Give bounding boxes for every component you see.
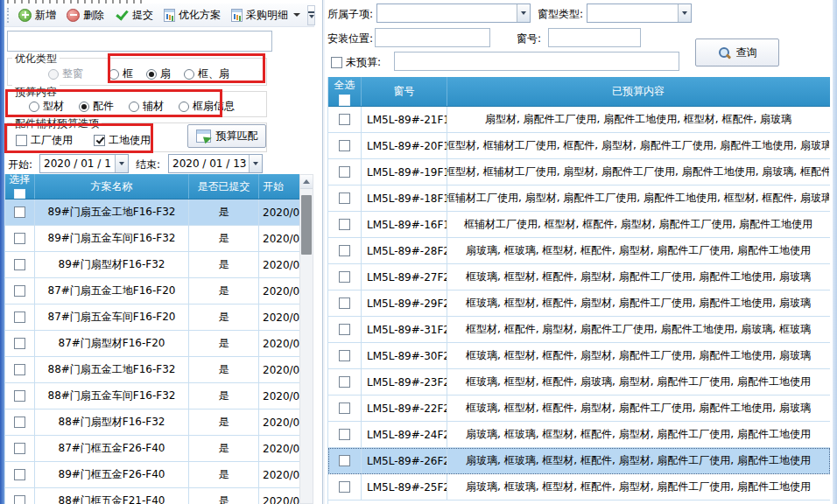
row-checkbox[interactable]	[14, 338, 25, 349]
row-checkbox[interactable]	[339, 219, 350, 230]
window-table-row[interactable]: LM5L-89#-21F19扇型材, 扇配件工厂使用, 扇配件工地使用, 框型材…	[328, 107, 830, 133]
plan-table-row[interactable]: 88#门扇五金工地F16-F32是2020/0	[5, 357, 299, 383]
plan-table-row[interactable]: 87#门框五金F26-F40是2020/0	[5, 436, 299, 462]
row-checkbox[interactable]	[339, 192, 350, 204]
plan-header-start[interactable]: 开始	[259, 174, 299, 199]
plan-row-select-cell	[5, 357, 35, 382]
window-table-row[interactable]: LM5L-89#-20F18框型材, 框辅材工厂使用, 框配件, 扇型材, 扇配…	[328, 133, 830, 159]
plan-table-row[interactable]: 89#门扇五金工地F16-F32是2020/0	[5, 200, 299, 226]
window-table-row[interactable]: LM5L-89#-27F25框玻璃, 框型材, 框配件, 扇型材, 扇配件工厂使…	[328, 264, 830, 290]
plan-table-row[interactable]: 88#门框五金F21-F40是2020/0	[5, 488, 299, 504]
toolbar-overflow-button[interactable]	[307, 5, 315, 25]
plan-table-scrollbar[interactable]	[299, 174, 313, 504]
plan-header-submitted[interactable]: 是否已提交	[189, 174, 259, 199]
delete-button[interactable]: 删除	[61, 4, 109, 26]
checkbox-site-use[interactable]: 工地使用	[94, 133, 151, 148]
submit-button[interactable]: 提交	[109, 4, 158, 26]
plan-filter-input[interactable]	[7, 31, 272, 52]
add-button[interactable]: 新增	[13, 4, 61, 26]
end-date-dropdown-button[interactable]	[249, 155, 262, 172]
row-checkbox[interactable]	[339, 376, 350, 388]
plan-table-row[interactable]: 87#门扇型材F16-F20是2020/0	[5, 331, 299, 357]
window-table-row[interactable]: LM5L-89#-24F22扇玻璃, 框玻璃, 框型材, 框配件, 扇型材, 扇…	[328, 422, 830, 448]
select-all-checkbox[interactable]	[14, 189, 25, 199]
radio-profile[interactable]: 型材	[29, 99, 64, 114]
row-checkbox[interactable]	[14, 390, 25, 402]
row-checkbox[interactable]	[14, 495, 25, 504]
window-table-row[interactable]: LM5L-89#-22F20框玻璃, 框型材, 框配件, 扇型材, 扇配件工厂使…	[328, 396, 830, 422]
checkbox-factory-use[interactable]: 工厂使用	[16, 133, 73, 148]
budget-match-button[interactable]: 预算匹配	[187, 124, 266, 148]
radio-auxiliary[interactable]: 辅材	[129, 99, 164, 114]
window-type-dropdown-button[interactable]	[678, 4, 691, 22]
row-checkbox[interactable]	[14, 233, 25, 244]
sub-item-dropdown-button[interactable]	[517, 4, 530, 22]
install-position-input[interactable]	[375, 28, 490, 47]
sub-item-dropdown[interactable]	[376, 4, 531, 23]
row-checkbox[interactable]	[339, 455, 350, 466]
radio-frame[interactable]: 框	[109, 66, 133, 81]
row-checkbox[interactable]	[14, 364, 25, 375]
row-checkbox[interactable]	[339, 350, 350, 361]
window-table-row[interactable]: LM5L-89#-18F16框辅材工厂使用, 扇型材, 扇配件工厂使用, 扇配件…	[328, 186, 830, 212]
window-table-row[interactable]: LM5L-89#-30F28框玻璃, 框型材, 框配件, 扇型材, 扇配件工厂使…	[328, 343, 830, 369]
window-header-window-no[interactable]: 窗号	[362, 77, 447, 106]
no-budget-input[interactable]	[394, 52, 679, 71]
panel-divider[interactable]	[322, 0, 325, 504]
budgeted-content-cell: 扇型材, 扇配件工厂使用, 扇配件工地使用, 框型材, 框配件, 扇玻璃	[447, 107, 829, 132]
window-no-input[interactable]	[548, 28, 641, 47]
row-checkbox[interactable]	[14, 443, 25, 454]
window-table-row[interactable]: LM5L-89#-31F29框型材, 框配件, 扇型材, 扇配件工厂使用, 扇配…	[328, 317, 830, 343]
no-budget-checkbox[interactable]: 未预算:	[331, 55, 381, 70]
window-header-budgeted-content[interactable]: 已预算内容	[447, 77, 829, 106]
scrollbar-thumb[interactable]	[301, 195, 312, 255]
window-table-row[interactable]: LM5L-89#-28F26扇玻璃, 框玻璃, 框型材, 框配件, 扇型材, 扇…	[328, 238, 830, 264]
row-checkbox[interactable]	[14, 206, 25, 218]
row-checkbox[interactable]	[339, 324, 350, 335]
start-date-dropdown-button[interactable]	[115, 155, 128, 172]
toolbar-grip-icon[interactable]	[7, 8, 9, 23]
row-checkbox[interactable]	[339, 271, 350, 283]
query-button[interactable]: 查询	[695, 38, 779, 66]
radio-frame-sash[interactable]: 框、扇	[184, 66, 229, 81]
plan-table-row[interactable]: 89#门扇型材F16-F32是2020/0	[5, 252, 299, 278]
window-table-row[interactable]: LM5L-89#-19F17框型材, 框辅材工厂使用, 扇型材, 扇配件工厂使用…	[328, 159, 830, 186]
plan-table-row[interactable]: 88#门扇五金车间F16-F32是2020/0	[5, 383, 299, 410]
end-date-picker[interactable]: 2020 / 01 / 13	[168, 154, 263, 173]
scrollbar-up-button[interactable]	[300, 175, 313, 189]
plan-header-name[interactable]: 方案名称	[35, 174, 189, 199]
select-all-checkbox[interactable]	[339, 94, 350, 106]
row-checkbox[interactable]	[339, 140, 350, 151]
plan-table-row[interactable]: 87#门扇五金车间F16-F20是2020/0	[5, 304, 299, 331]
row-checkbox[interactable]	[14, 416, 25, 428]
row-checkbox[interactable]	[339, 402, 350, 414]
row-checkbox[interactable]	[339, 298, 350, 309]
radio-accessory[interactable]: 配件	[79, 99, 114, 114]
row-checkbox[interactable]	[339, 166, 350, 178]
purchase-detail-button[interactable]: 采购明细	[226, 4, 306, 26]
window-type-dropdown[interactable]	[587, 4, 692, 23]
row-checkbox[interactable]	[339, 114, 350, 125]
row-checkbox[interactable]	[14, 312, 25, 323]
window-table-row[interactable]: LM5L-89#-23F21框玻璃, 框型材, 框配件, 扇玻璃, 扇型材, 扇…	[328, 369, 830, 396]
start-date-picker[interactable]: 2020 / 01 / 1	[39, 154, 129, 173]
plan-table-row[interactable]: 87#门扇五金工地F16-F20是2020/0	[5, 278, 299, 304]
window-table-row[interactable]: LM5L-89#-25F23扇玻璃, 框玻璃, 框型材, 框配件, 扇型材, 扇…	[328, 474, 830, 500]
plan-table-row[interactable]: 89#门扇五金车间F16-F32是2020/0	[5, 226, 299, 252]
radio-whole-window[interactable]: 整窗	[48, 66, 83, 81]
window-table-row[interactable]: LM5L-89#-16F15框辅材工厂使用, 框型材, 框配件, 扇型材, 扇配…	[328, 212, 830, 238]
row-checkbox[interactable]	[339, 429, 350, 440]
row-checkbox[interactable]	[339, 245, 350, 256]
plan-table-row[interactable]: 88#门扇型材F16-F32是2020/0	[5, 410, 299, 436]
row-checkbox[interactable]	[14, 285, 25, 297]
row-checkbox[interactable]	[14, 259, 25, 270]
plan-table-row[interactable]: 89#门框五金F26-F40是2020/0	[5, 462, 299, 488]
window-table-row[interactable]: LM5L-89#-26F24扇玻璃, 框玻璃, 框型材, 框配件, 扇型材, 扇…	[328, 448, 830, 474]
optimize-plan-button[interactable]: 优化方案	[158, 4, 226, 26]
row-checkbox[interactable]	[339, 481, 350, 493]
radio-frame-sash-info[interactable]: 框扇信息	[179, 99, 235, 114]
window-table-row[interactable]: LM5L-89#-29F27框玻璃, 框型材, 框配件, 扇型材, 扇配件工厂使…	[328, 290, 830, 317]
window-no-cell: LM5L-89#-20F18	[362, 133, 447, 158]
radio-sash[interactable]: 扇	[146, 66, 171, 81]
row-checkbox[interactable]	[14, 469, 25, 480]
